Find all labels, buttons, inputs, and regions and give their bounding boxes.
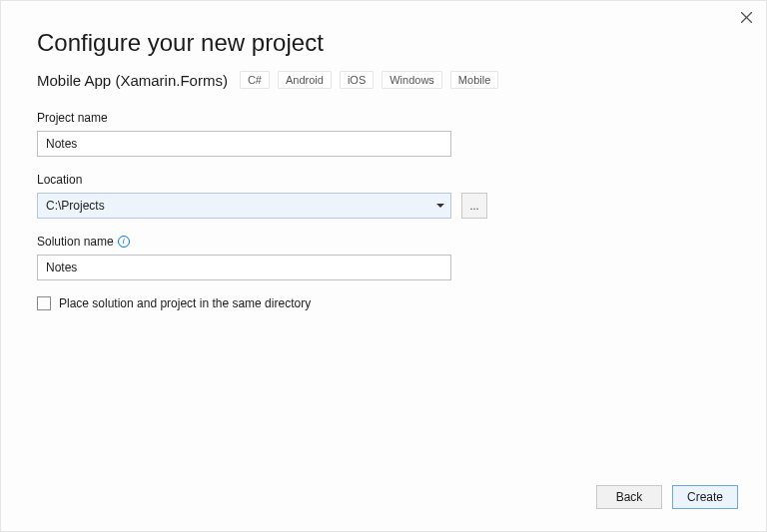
tag: iOS	[340, 71, 374, 89]
same-directory-label: Place solution and project in the same d…	[59, 296, 311, 310]
solution-name-input[interactable]	[37, 255, 451, 280]
template-row: Mobile App (Xamarin.Forms) C# Android iO…	[37, 71, 730, 89]
field-project-name: Project name	[37, 111, 730, 157]
tag: Mobile	[450, 71, 498, 89]
dialog-frame: Configure your new project Mobile App (X…	[0, 0, 767, 532]
location-label: Location	[37, 173, 730, 187]
dialog-footer: Back Create	[596, 485, 738, 509]
page-title: Configure your new project	[37, 29, 730, 57]
browse-button[interactable]: ...	[461, 193, 487, 219]
field-solution-name: Solution name i	[37, 235, 730, 280]
close-icon[interactable]	[738, 9, 754, 25]
project-name-label: Project name	[37, 111, 730, 125]
location-value: C:\Projects	[46, 199, 105, 213]
solution-name-label-text: Solution name	[37, 235, 114, 249]
location-combobox[interactable]: C:\Projects	[37, 193, 451, 219]
field-location: Location C:\Projects ...	[37, 173, 730, 219]
chevron-down-icon	[436, 204, 444, 208]
solution-name-label: Solution name i	[37, 235, 730, 249]
template-name: Mobile App (Xamarin.Forms)	[37, 72, 228, 89]
create-button[interactable]: Create	[672, 485, 738, 509]
tag: Windows	[382, 71, 442, 89]
tag: C#	[240, 71, 270, 89]
same-directory-checkbox[interactable]	[37, 296, 51, 310]
same-directory-row: Place solution and project in the same d…	[37, 296, 730, 310]
back-button[interactable]: Back	[596, 485, 662, 509]
project-name-input[interactable]	[37, 131, 451, 157]
browse-label: ...	[469, 200, 478, 212]
info-icon[interactable]: i	[118, 236, 130, 248]
tag: Android	[278, 71, 332, 89]
dialog-content: Configure your new project Mobile App (X…	[1, 1, 766, 310]
